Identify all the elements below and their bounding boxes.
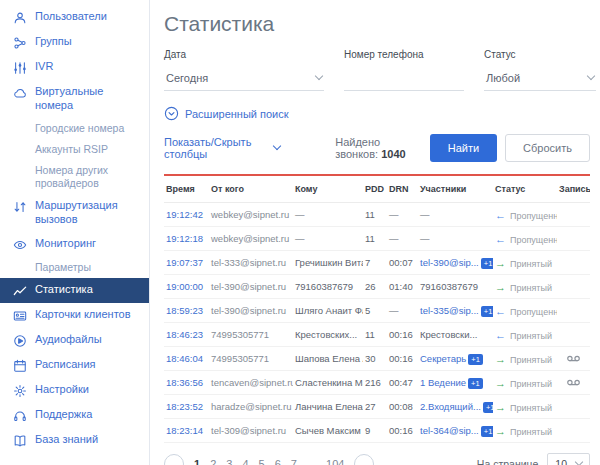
page-last[interactable]: 104 — [326, 458, 344, 465]
call-time-link[interactable]: 18:59:23 — [164, 300, 209, 322]
call-time-link[interactable]: 18:23:14 — [164, 420, 209, 442]
filters-bar: Дата Сегодня Номер телефона Статус Любой — [164, 49, 590, 91]
call-drn: 00:16 — [387, 420, 418, 442]
more-participants-badge[interactable]: +1 — [468, 354, 483, 365]
columns-toggle[interactable]: Показать/Скрыть столбцы — [164, 136, 280, 160]
call-time-link[interactable]: 18:23:52 — [164, 396, 209, 418]
call-time-link[interactable]: 18:36:56 — [164, 372, 209, 394]
per-page-select[interactable]: 10 — [547, 453, 590, 465]
chevron-down-icon — [587, 72, 595, 80]
call-status: →Принятый — [493, 275, 557, 298]
call-drn: 00:16 — [387, 324, 418, 346]
call-status: ←Пропущенный — [493, 299, 557, 322]
call-pdd: 26 — [363, 276, 387, 298]
page-2[interactable]: 2 — [210, 458, 216, 465]
page-3[interactable]: 3 — [226, 458, 232, 465]
sidebar-item-audio-files[interactable]: Аудиофайлы — [0, 328, 149, 353]
call-time-link[interactable]: 19:00:00 — [164, 276, 209, 298]
call-time-link[interactable]: 18:46:23 — [164, 324, 209, 346]
date-filter-group: Дата Сегодня — [164, 49, 324, 91]
participant-link[interactable]: tel-364@sip... — [420, 425, 479, 436]
page-4[interactable]: 4 — [242, 458, 248, 465]
found-calls-label: Найдено звонков: — [335, 136, 380, 160]
app-window: Пользователи Группы IVR Виртуальные номе… — [0, 0, 600, 465]
table-row: 19:00:00 tel-390@sipnet.ru 79160387679 2… — [164, 275, 590, 299]
call-to: Шляго Анаит Фа... — [293, 300, 363, 322]
sidebar-item-rsip-accounts[interactable]: Аккаунты RSIP — [0, 139, 149, 160]
sidebar-item-routing[interactable]: Маршрутизация вызовов — [0, 194, 149, 232]
calendar-icon — [12, 359, 27, 373]
circle-chevron-icon — [164, 106, 179, 121]
more-participants-badge[interactable]: +1 — [468, 378, 483, 389]
outgoing-arrow-icon: → — [495, 425, 506, 437]
more-participants-badge[interactable]: +1 — [481, 306, 493, 317]
participant-link[interactable]: 1 Ведение — [420, 377, 466, 388]
incoming-arrow-icon: ← — [495, 329, 506, 341]
sidebar-item-knowledge-base[interactable]: База знаний — [0, 428, 149, 453]
more-participants-badge[interactable]: +1 — [483, 402, 493, 413]
participant-link[interactable]: tel-335@sip... — [420, 305, 479, 316]
call-from: tencaven@sipnet.ru — [209, 372, 293, 394]
sidebar-item-statistics[interactable]: Статистика — [0, 278, 149, 303]
call-drn: 01:40 — [387, 276, 418, 298]
phone-filter-label: Номер телефона — [344, 49, 464, 60]
call-record-cell — [557, 373, 590, 393]
sidebar-item-client-cards[interactable]: Карточки клиентов — [0, 303, 149, 328]
sidebar-item-ivr[interactable]: IVR — [0, 55, 149, 80]
col-header-status: Статус — [493, 176, 557, 202]
eye-icon — [12, 238, 27, 252]
sidebar-item-support[interactable]: Поддержка — [0, 403, 149, 428]
found-calls-count: 1040 — [381, 148, 405, 160]
phone-input[interactable] — [346, 72, 462, 84]
call-status-text: Принятый — [510, 403, 552, 413]
more-participants-badge[interactable]: +1 — [481, 426, 493, 437]
table-row: 18:59:23 tel-390@sipnet.ru Шляго Анаит Ф… — [164, 299, 590, 323]
voicemail-record-icon[interactable] — [566, 354, 581, 363]
sidebar-item-groups[interactable]: Группы — [0, 30, 149, 55]
call-pdd: 27 — [363, 396, 387, 418]
call-time-link[interactable]: 19:12:18 — [164, 228, 209, 250]
search-button[interactable]: Найти — [430, 134, 497, 162]
call-status-text: Пропущенный — [510, 307, 557, 317]
participant-link[interactable]: Секретарь — [420, 353, 466, 364]
voicemail-record-icon[interactable] — [566, 378, 581, 387]
call-pdd: 9 — [363, 420, 387, 442]
page-6[interactable]: 6 — [275, 458, 281, 465]
status-select[interactable]: Любой — [484, 70, 596, 91]
book-icon — [12, 434, 27, 448]
sidebar-item-label: Статистика — [35, 283, 93, 297]
chevron-down-icon — [315, 72, 323, 80]
page-5[interactable]: 5 — [259, 458, 265, 465]
call-time-link[interactable]: 18:46:04 — [164, 348, 209, 370]
incoming-arrow-icon: ← — [495, 233, 506, 245]
date-select[interactable]: Сегодня — [164, 70, 324, 91]
more-participants-badge[interactable]: +1 — [481, 258, 493, 269]
call-time-link[interactable]: 19:07:37 — [164, 252, 209, 274]
next-page-button[interactable]: → — [354, 454, 374, 465]
advanced-search-toggle[interactable]: Расширенный поиск — [164, 106, 289, 121]
sidebar-item-other-providers[interactable]: Номера других провайдеров — [0, 160, 149, 194]
participant-link[interactable]: tel-390@sip... — [420, 257, 479, 268]
call-status-text: Принятый — [510, 379, 552, 389]
action-buttons: Найти Сбросить — [430, 134, 590, 162]
col-header-to: Кому — [293, 176, 363, 202]
page-7[interactable]: 7 — [291, 458, 297, 465]
call-time-link[interactable]: 19:12:42 — [164, 204, 209, 226]
sidebar-item-monitoring[interactable]: Мониторинг — [0, 232, 149, 257]
participant-link[interactable]: 2.Входящий... — [420, 401, 481, 412]
page-1[interactable]: 1 — [194, 458, 200, 465]
sidebar-item-label: Аудиофайлы — [35, 333, 102, 347]
outgoing-arrow-icon: → — [495, 281, 506, 293]
prev-page-button[interactable]: ← — [164, 454, 184, 465]
sidebar-item-parameters[interactable]: Параметры — [0, 257, 149, 278]
sidebar-item-settings[interactable]: Настройки — [0, 378, 149, 403]
sidebar-item-users[interactable]: Пользователи — [0, 5, 149, 30]
sidebar-item-schedules[interactable]: Расписания — [0, 353, 149, 378]
table-row: 18:46:23 74995305771 Крестовских... 11 0… — [164, 323, 590, 347]
sidebar-item-virtual-numbers[interactable]: Виртуальные номера — [0, 80, 149, 118]
sidebar-item-city-numbers[interactable]: Городские номера — [0, 118, 149, 139]
reset-button[interactable]: Сбросить — [505, 134, 590, 162]
call-status: →Принятый — [493, 251, 557, 274]
outgoing-arrow-icon: → — [495, 257, 506, 269]
incoming-arrow-icon: ← — [495, 209, 506, 221]
